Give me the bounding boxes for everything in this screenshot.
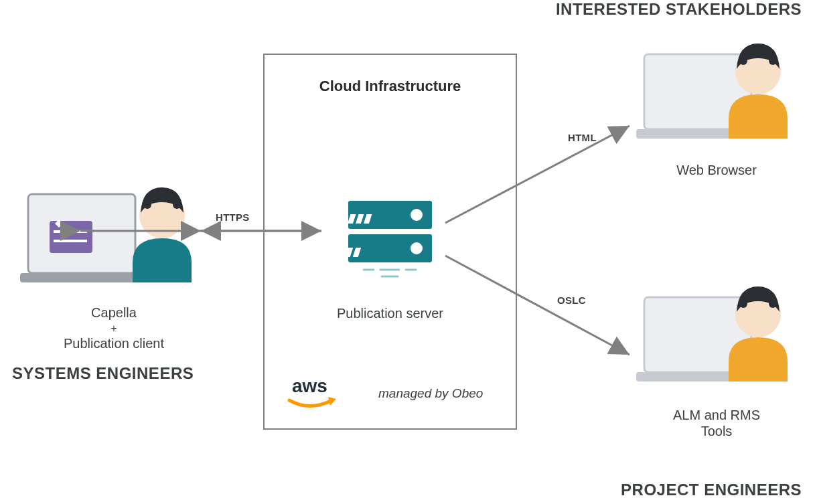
arrows-layer bbox=[0, 0, 815, 504]
svg-line-35 bbox=[445, 126, 629, 223]
arrow-label-https: HTTPS bbox=[216, 212, 250, 223]
diagram-stage: INTERESTED STAKEHOLDERS SYSTEMS ENGINEER… bbox=[0, 0, 815, 504]
arrow-label-oslc: OSLC bbox=[557, 295, 586, 306]
arrow-label-html: HTML bbox=[568, 132, 597, 143]
svg-line-36 bbox=[445, 256, 629, 355]
